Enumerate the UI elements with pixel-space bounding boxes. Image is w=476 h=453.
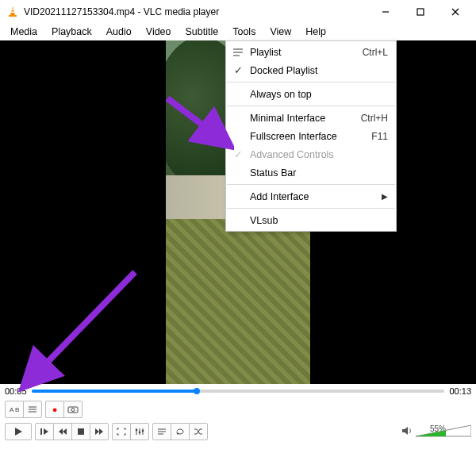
menu-item-advanced-controls[interactable]: ✓ Advanced Controls: [226, 145, 396, 163]
advanced-controls: AB ●: [0, 398, 476, 420]
title-bar: VID20211127153304.mp4 - VLC media player: [0, 0, 476, 23]
elapsed-time[interactable]: 00:05: [5, 386, 27, 396]
ab-loop-button[interactable]: AB: [5, 401, 24, 418]
view-menu-dropdown: Playlist Ctrl+L ✓ Docked Playlist Always…: [225, 40, 397, 232]
record-button[interactable]: ●: [45, 401, 64, 418]
frame-step-button[interactable]: [35, 423, 54, 440]
seek-slider[interactable]: [32, 390, 445, 393]
shuffle-button[interactable]: [189, 423, 208, 440]
total-time[interactable]: 00:13: [449, 386, 471, 396]
menu-label: Fullscreen Interface: [250, 131, 371, 142]
menu-separator: [227, 82, 395, 83]
menu-label: VLsub: [250, 215, 388, 226]
svg-marker-39: [176, 432, 179, 435]
volume-slider[interactable]: 55%: [416, 425, 471, 438]
volume-control: 55%: [401, 424, 471, 439]
check-icon: ✓: [226, 148, 250, 160]
menu-media[interactable]: Media: [3, 25, 44, 39]
menu-item-fullscreen-interface[interactable]: Fullscreen Interface F11: [226, 127, 396, 145]
menu-item-minimal-interface[interactable]: Minimal Interface Ctrl+H: [226, 109, 396, 127]
svg-point-33: [136, 429, 138, 432]
minimize-button[interactable]: [368, 0, 403, 23]
menu-shortcut: Ctrl+L: [363, 47, 388, 58]
menu-subtitle[interactable]: Subtitle: [178, 25, 226, 39]
menu-separator: [227, 184, 395, 185]
menu-item-add-interface[interactable]: Add Interface ▶: [226, 187, 396, 205]
menu-shortcut: Ctrl+H: [361, 113, 388, 124]
menu-label: Playlist: [250, 47, 363, 58]
menu-playback[interactable]: Playback: [44, 25, 99, 39]
menu-help[interactable]: Help: [298, 25, 333, 39]
menu-view[interactable]: View: [263, 25, 298, 39]
window-title: VID20211127153304.mp4 - VLC media player: [24, 6, 368, 17]
menu-label: Add Interface: [250, 191, 382, 202]
svg-rect-2: [10, 11, 14, 13]
menu-item-docked-playlist[interactable]: ✓ Docked Playlist: [226, 61, 396, 79]
check-icon: ✓: [226, 64, 250, 76]
next-button[interactable]: [90, 423, 109, 440]
play-button[interactable]: [5, 423, 32, 440]
svg-text:B: B: [15, 406, 19, 413]
playlist-icon: [226, 48, 250, 56]
frame-list-button[interactable]: [23, 401, 42, 418]
svg-rect-23: [40, 428, 42, 435]
svg-rect-5: [417, 9, 424, 15]
svg-point-34: [139, 432, 141, 434]
menu-label: Always on top: [250, 89, 388, 100]
menu-separator: [227, 208, 395, 209]
snapshot-button[interactable]: [63, 401, 83, 418]
menu-shortcut: F11: [371, 131, 388, 142]
seek-progress: [32, 390, 197, 393]
previous-button[interactable]: [53, 423, 72, 440]
playback-controls: 55%: [0, 420, 476, 443]
menu-item-status-bar[interactable]: Status Bar: [226, 163, 396, 182]
menu-label: Minimal Interface: [250, 113, 361, 124]
menu-tools[interactable]: Tools: [225, 25, 263, 39]
menu-video[interactable]: Video: [139, 25, 178, 39]
svg-marker-22: [15, 428, 22, 436]
svg-marker-29: [99, 428, 103, 435]
stop-button[interactable]: [71, 423, 90, 440]
svg-marker-26: [63, 428, 67, 435]
svg-marker-0: [10, 6, 15, 15]
menu-item-vlsub[interactable]: VLsub: [226, 211, 396, 229]
svg-marker-28: [95, 428, 99, 435]
fullscreen-button[interactable]: [112, 423, 131, 440]
maximize-button[interactable]: [403, 0, 438, 23]
menu-item-always-on-top[interactable]: Always on top: [226, 85, 396, 103]
seek-bar-row: 00:05 00:13: [0, 384, 476, 398]
playlist-button[interactable]: [152, 423, 171, 440]
svg-point-35: [142, 430, 144, 432]
svg-point-21: [71, 409, 75, 412]
svg-marker-25: [59, 428, 63, 435]
loop-button[interactable]: [171, 423, 190, 440]
menu-label: Advanced Controls: [250, 149, 388, 160]
submenu-arrow-icon: ▶: [382, 192, 388, 201]
menu-label: Status Bar: [250, 167, 388, 179]
svg-text:A: A: [10, 406, 14, 413]
menu-item-playlist[interactable]: Playlist Ctrl+L: [226, 43, 396, 61]
svg-rect-3: [9, 15, 17, 17]
svg-marker-24: [44, 428, 48, 435]
extended-settings-button[interactable]: [130, 423, 149, 440]
vlc-cone-icon: [6, 6, 19, 18]
menu-bar: Media Playback Audio Video Subtitle Tool…: [0, 23, 476, 40]
menu-audio[interactable]: Audio: [99, 25, 139, 39]
speaker-icon[interactable]: [401, 424, 413, 439]
svg-rect-1: [11, 9, 14, 10]
svg-marker-40: [402, 427, 408, 435]
svg-rect-27: [78, 428, 84, 435]
menu-label: Docked Playlist: [250, 65, 388, 76]
close-button[interactable]: [438, 0, 473, 23]
menu-separator: [227, 106, 395, 106]
